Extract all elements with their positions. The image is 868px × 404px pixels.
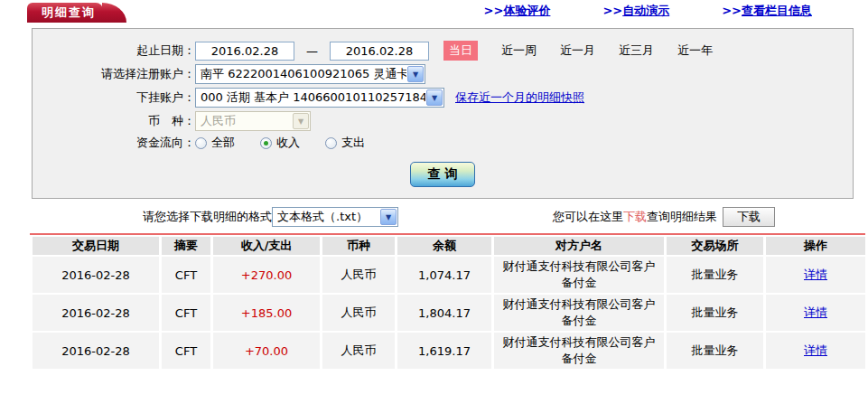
date-from-input[interactable] <box>195 42 294 61</box>
chevron-down-icon: ▼ <box>293 113 309 129</box>
cell-amount: +70.00 <box>213 333 320 369</box>
cell-summary: CFT <box>162 333 210 369</box>
cell-action: 详情 <box>766 333 865 369</box>
detail-link[interactable]: 详情 <box>804 343 827 357</box>
download-format-value: 文本格式（.txt） <box>273 209 379 225</box>
link-prefix: >> <box>484 4 504 17</box>
query-form-panel: 起止日期： — 当日 近一周 近一月 近三月 近一年 请选择注册账户： 南平 6… <box>32 28 854 199</box>
transaction-table: 交易日期 摘要 收入/支出 币种 余额 对方户名 交易场所 操作 2016-02… <box>30 235 868 371</box>
detail-link[interactable]: 详情 <box>804 268 827 281</box>
cell-summary: CFT <box>162 295 210 331</box>
link-prefix: >> <box>602 4 622 17</box>
download-format-label: 请您选择下载明细的格式 <box>143 209 272 225</box>
link-label: 查看栏目信息 <box>742 4 812 17</box>
chevron-down-icon[interactable]: ▼ <box>426 89 443 106</box>
cell-balance: 1,619.17 <box>397 333 491 369</box>
cell-date: 2016-02-28 <box>33 257 159 293</box>
currency-value: 人民币 <box>196 113 292 129</box>
link-label: 体验评价 <box>503 4 550 17</box>
top-links: >>体验评价 >>自动演示 >>查看栏目信息 <box>484 3 812 23</box>
cell-currency: 人民币 <box>322 257 395 293</box>
col-header-counterparty: 对方户名 <box>494 237 664 255</box>
cell-amount: +270.00 <box>213 257 320 293</box>
sub-account-value: 000 活期 基本户 1406600101102571848 <box>196 89 425 106</box>
download-hint-group: 您可以在这里下载查询明细结果 下载 <box>553 207 775 227</box>
download-button[interactable]: 下载 <box>723 207 775 227</box>
cell-balance: 1,804.17 <box>397 295 491 331</box>
cell-balance: 1,074.17 <box>397 257 491 293</box>
cell-date: 2016-02-28 <box>33 333 159 369</box>
cell-date: 2016-02-28 <box>33 295 159 331</box>
detail-link[interactable]: 详情 <box>804 305 827 319</box>
cell-channel: 批量业务 <box>667 333 763 369</box>
range-last-year-link[interactable]: 近一年 <box>677 42 713 59</box>
currency-label: 币 种： <box>33 113 195 129</box>
auto-demo-link[interactable]: >>自动演示 <box>602 3 669 19</box>
cell-amount: +185.00 <box>213 295 320 331</box>
chevron-down-icon[interactable]: ▼ <box>407 66 424 82</box>
flow-option-income[interactable]: 收入 <box>260 135 300 151</box>
cell-action: 详情 <box>766 257 865 293</box>
sub-account-select[interactable]: 000 活期 基本户 1406600101102571848 ▼ <box>195 88 444 108</box>
flow-option-all[interactable]: 全部 <box>195 135 235 151</box>
table-row: 2016-02-28 CFT +185.00 人民币 1,804.17 财付通支… <box>33 295 865 331</box>
register-account-value: 南平 6222001406100921065 灵通卡 <box>196 66 406 82</box>
save-snapshot-link[interactable]: 保存近一个月的明细快照 <box>455 89 584 106</box>
cell-currency: 人民币 <box>322 333 395 369</box>
link-prefix: >> <box>722 4 742 17</box>
flow-radio-1[interactable] <box>260 137 272 149</box>
table-row: 2016-02-28 CFT +70.00 人民币 1,619.17 财付通支付… <box>33 333 865 369</box>
flow-option-expense-label: 支出 <box>341 135 365 151</box>
link-label: 自动演示 <box>622 4 669 17</box>
range-last-week-link[interactable]: 近一周 <box>501 42 537 59</box>
currency-select-disabled: 人民币 ▼ <box>195 111 311 131</box>
cell-channel: 批量业务 <box>667 295 763 331</box>
chevron-down-icon[interactable]: ▼ <box>380 209 397 225</box>
col-header-currency: 币种 <box>322 237 395 255</box>
date-range-row: 起止日期： — 当日 近一周 近一月 近三月 近一年 <box>33 41 853 61</box>
register-account-row: 请选择注册账户： 南平 6222001406100921065 灵通卡 ▼ <box>33 64 853 84</box>
table-row: 2016-02-28 CFT +270.00 人民币 1,074.17 财付通支… <box>33 257 865 293</box>
flow-radio-2[interactable] <box>325 137 337 149</box>
experience-review-link[interactable]: >>体验评价 <box>484 3 551 19</box>
sub-account-label: 下挂账户： <box>33 89 195 106</box>
download-hint-prefix: 您可以在这里 <box>553 209 623 225</box>
page-title: 明细查询 <box>42 5 96 21</box>
register-account-label: 请选择注册账户： <box>33 66 195 82</box>
cell-counterparty: 财付通支付科技有限公司客户备付金 <box>494 295 664 331</box>
cell-currency: 人民币 <box>322 295 395 331</box>
flow-row: 资金流向： 全部 收入 支出 <box>33 135 853 151</box>
register-account-select[interactable]: 南平 6222001406100921065 灵通卡 ▼ <box>195 64 425 84</box>
cell-counterparty: 财付通支付科技有限公司客户备付金 <box>494 257 664 293</box>
col-header-action: 操作 <box>766 237 865 255</box>
range-today-badge[interactable]: 当日 <box>443 41 478 61</box>
date-separator: — <box>306 44 318 58</box>
flow-radio-0[interactable] <box>195 137 207 149</box>
range-last-month-link[interactable]: 近一月 <box>560 42 595 59</box>
flow-option-expense[interactable]: 支出 <box>325 135 365 151</box>
view-column-info-link[interactable]: >>查看栏目信息 <box>722 3 812 19</box>
download-inline-link[interactable]: 下载 <box>623 209 647 225</box>
range-last-quarter-link[interactable]: 近三月 <box>619 42 654 59</box>
date-range-label: 起止日期： <box>33 42 195 59</box>
cell-summary: CFT <box>162 257 210 293</box>
col-header-channel: 交易场所 <box>667 237 763 255</box>
download-row: 请您选择下载明细的格式 文本格式（.txt） ▼ 您可以在这里下载查询明细结果 … <box>143 207 868 227</box>
table-header-row: 交易日期 摘要 收入/支出 币种 余额 对方户名 交易场所 操作 <box>33 237 865 255</box>
col-header-balance: 余额 <box>397 237 491 255</box>
cell-channel: 批量业务 <box>667 257 763 293</box>
query-button[interactable]: 查 询 <box>410 162 475 187</box>
cell-action: 详情 <box>766 295 865 331</box>
top-bar: 明细查询 >>体验评价 >>自动演示 >>查看栏目信息 <box>0 0 868 23</box>
sub-account-row: 下挂账户： 000 活期 基本户 1406600101102571848 ▼ 保… <box>33 88 853 108</box>
flow-option-all-label: 全部 <box>211 135 235 151</box>
currency-row: 币 种： 人民币 ▼ <box>33 111 853 131</box>
col-header-amount: 收入/支出 <box>213 237 320 255</box>
download-hint-suffix: 查询明细结果 <box>647 209 717 225</box>
tab-detail-query: 明细查询 <box>27 3 103 23</box>
cell-counterparty: 财付通支付科技有限公司客户备付金 <box>494 333 664 369</box>
col-header-date: 交易日期 <box>33 237 159 255</box>
date-to-input[interactable] <box>330 42 429 61</box>
flow-option-income-label: 收入 <box>276 135 300 151</box>
download-format-select[interactable]: 文本格式（.txt） ▼ <box>272 207 398 227</box>
